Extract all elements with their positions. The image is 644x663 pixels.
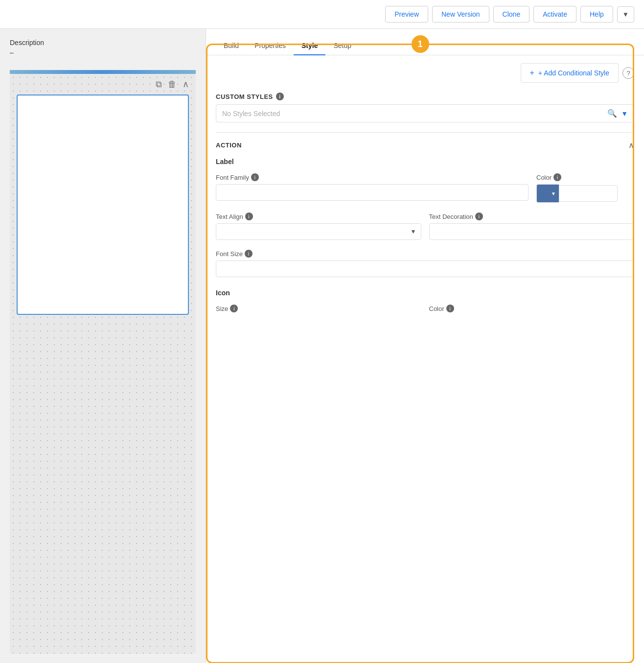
- custom-styles-section: CUSTOM STYLES i: [216, 93, 634, 100]
- description-value: –: [10, 48, 196, 56]
- text-align-decoration-row: Text Align i Left Center Right Justify ▼: [216, 213, 634, 240]
- icon-color-group: Color i: [429, 305, 635, 312]
- icon-subsection-title: Icon: [216, 289, 634, 297]
- copy-icon[interactable]: ⧉: [156, 79, 162, 90]
- color-text-input[interactable]: [559, 185, 618, 202]
- font-size-group: Font Size i: [216, 250, 634, 277]
- plus-icon: +: [530, 69, 534, 77]
- delete-icon[interactable]: 🗑: [168, 79, 177, 90]
- text-align-label: Text Align i: [216, 213, 421, 220]
- font-size-info-icon[interactable]: i: [245, 250, 253, 258]
- font-family-group: Font Family i: [216, 173, 529, 201]
- toolbar: Preview New Version Clone Activate Help …: [0, 0, 644, 29]
- dotted-canvas: ⧉ 🗑 ∧: [10, 74, 196, 654]
- right-panel: 1 Build Properties Style Setup + + Add C…: [206, 29, 644, 663]
- color-group: Color i ▼: [536, 173, 634, 203]
- color-swatch-button[interactable]: ▼: [536, 184, 559, 203]
- text-decoration-input[interactable]: [429, 223, 635, 240]
- action-section-header: ACTION ∧: [216, 141, 634, 150]
- tabs-bar: Build Properties Style Setup: [206, 29, 644, 55]
- tab-properties[interactable]: Properties: [247, 37, 294, 55]
- icon-size-info-icon[interactable]: i: [230, 305, 238, 312]
- action-collapse-button[interactable]: ∧: [628, 141, 634, 150]
- canvas-blue-box: [17, 95, 189, 315]
- color-field-row: ▼: [536, 184, 634, 203]
- text-decoration-group: Text Decoration i: [429, 213, 635, 240]
- text-align-group: Text Align i Left Center Right Justify ▼: [216, 213, 421, 240]
- action-title: ACTION: [216, 142, 242, 149]
- section-divider: [216, 132, 634, 133]
- icon-size-color-row: Size i Color i: [216, 305, 634, 312]
- text-decoration-label: Text Decoration i: [429, 213, 635, 220]
- tab-setup[interactable]: Setup: [325, 37, 359, 55]
- label-subsection-title: Label: [216, 158, 634, 166]
- custom-styles-search-icon[interactable]: 🔍: [607, 109, 617, 118]
- custom-styles-icons: 🔍 ▼: [607, 109, 628, 118]
- left-panel: Description – ⧉ 🗑 ∧: [0, 29, 206, 663]
- clone-button[interactable]: Clone: [493, 6, 530, 23]
- icon-size-label: Size i: [216, 305, 421, 312]
- new-version-button[interactable]: New Version: [432, 6, 489, 23]
- description-label: Description: [10, 39, 196, 47]
- panel-body: + + Add Conditional Style ? CUSTOM STYLE…: [206, 55, 644, 663]
- text-align-select[interactable]: Left Center Right Justify: [216, 223, 421, 240]
- tab-style[interactable]: Style: [294, 37, 325, 55]
- font-family-input[interactable]: [216, 184, 529, 201]
- font-family-label: Font Family i: [216, 173, 529, 181]
- activate-button[interactable]: Activate: [533, 6, 576, 23]
- font-size-input[interactable]: [216, 260, 634, 277]
- icon-color-label: Color i: [429, 305, 635, 312]
- font-size-label: Font Size i: [216, 250, 634, 258]
- text-align-info-icon[interactable]: i: [245, 213, 253, 220]
- custom-styles-title: CUSTOM STYLES: [216, 93, 273, 100]
- custom-styles-placeholder: No Styles Selected: [222, 110, 607, 118]
- font-color-row: Font Family i Color i ▼: [216, 173, 634, 203]
- custom-styles-selector[interactable]: No Styles Selected 🔍 ▼: [216, 104, 634, 122]
- color-swatch: [540, 188, 550, 199]
- collapse-icon[interactable]: ∧: [183, 79, 189, 90]
- tab-build[interactable]: Build: [216, 37, 247, 55]
- custom-styles-dropdown-arrow[interactable]: ▼: [621, 110, 628, 118]
- blue-stripe: [10, 70, 196, 74]
- toolbar-more-dropdown[interactable]: ▼: [617, 6, 634, 23]
- add-conditional-label: + Add Conditional Style: [538, 69, 609, 77]
- font-family-info-icon[interactable]: i: [251, 173, 259, 181]
- color-info-icon[interactable]: i: [553, 173, 561, 181]
- text-align-select-wrapper: Left Center Right Justify ▼: [216, 223, 421, 240]
- main-area: Description – ⧉ 🗑 ∧ 1 Build Properties: [0, 29, 644, 663]
- preview-button[interactable]: Preview: [385, 6, 428, 23]
- conditional-help-icon[interactable]: ?: [622, 67, 634, 79]
- color-label: Color i: [536, 173, 634, 181]
- help-button[interactable]: Help: [580, 6, 613, 23]
- icon-size-group: Size i: [216, 305, 421, 312]
- icon-color-info-icon[interactable]: i: [446, 305, 454, 312]
- text-decoration-info-icon[interactable]: i: [475, 213, 483, 220]
- custom-styles-info-icon[interactable]: i: [276, 93, 284, 100]
- conditional-style-row: + + Add Conditional Style ?: [216, 63, 634, 83]
- swatch-dropdown-arrow: ▼: [551, 191, 556, 196]
- add-conditional-style-button[interactable]: + + Add Conditional Style: [521, 63, 619, 83]
- canvas-icon-row: ⧉ 🗑 ∧: [10, 74, 196, 95]
